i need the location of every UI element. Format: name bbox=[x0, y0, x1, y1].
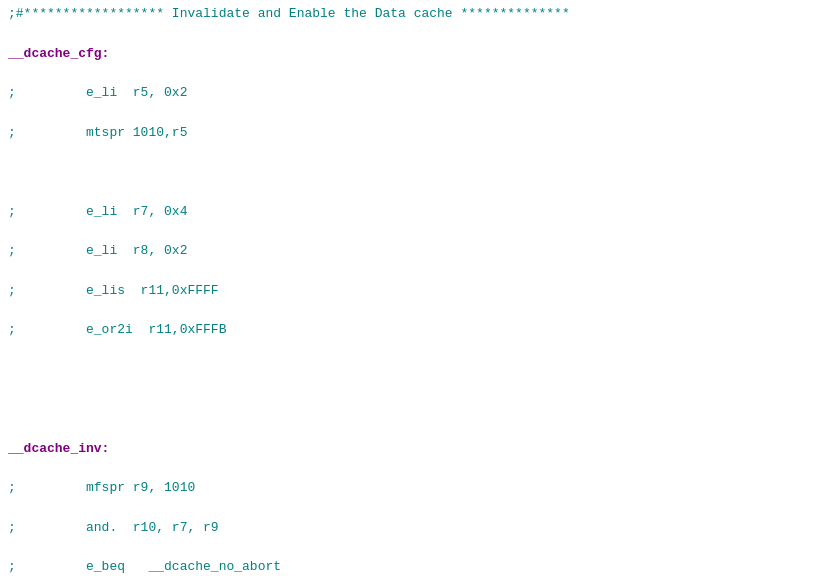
code-line-12: ; mfspr r9, 1010 bbox=[8, 478, 818, 498]
code-line-9 bbox=[8, 360, 818, 380]
code-container: ;#****************** Invalidate and Enab… bbox=[0, 0, 826, 576]
code-line-14: ; e_beq __dcache_no_abort bbox=[8, 557, 818, 576]
code-line-0: ;#****************** Invalidate and Enab… bbox=[8, 4, 818, 24]
code-line-7: ; e_lis r11,0xFFFF bbox=[8, 281, 818, 301]
code-line-5: ; e_li r7, 0x4 bbox=[8, 202, 818, 222]
code-line-6: ; e_li r8, 0x2 bbox=[8, 241, 818, 261]
code-line-10 bbox=[8, 399, 818, 419]
code-line-2: ; e_li r5, 0x2 bbox=[8, 83, 818, 103]
code-line-11: __dcache_inv: bbox=[8, 439, 818, 459]
code-line-4 bbox=[8, 162, 818, 182]
code-line-1: __dcache_cfg: bbox=[8, 44, 818, 64]
code-line-8: ; e_or2i r11,0xFFFB bbox=[8, 320, 818, 340]
code-line-3: ; mtspr 1010,r5 bbox=[8, 123, 818, 143]
code-line-13: ; and. r10, r7, r9 bbox=[8, 518, 818, 538]
